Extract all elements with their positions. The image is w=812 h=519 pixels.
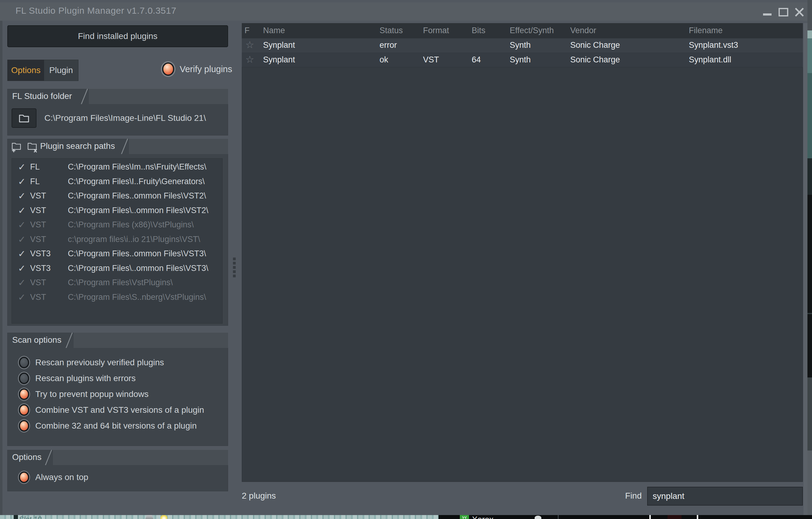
cell-status: error bbox=[380, 40, 397, 50]
led-icon bbox=[19, 420, 29, 432]
scan-options-header: Scan options bbox=[7, 333, 228, 348]
column-header[interactable]: Vendor bbox=[570, 26, 597, 35]
fl-studio-folder-section: FL Studio folder C:\Program Files\Image-… bbox=[7, 89, 228, 135]
find-label: Find bbox=[608, 491, 642, 501]
option-toggle[interactable]: Rescan previously verified plugins bbox=[19, 355, 225, 371]
find-installed-plugins-button[interactable]: Find installed plugins bbox=[7, 25, 228, 47]
checkmark-icon[interactable]: ✓ bbox=[18, 205, 26, 216]
search-path-row[interactable]: ✓VSTC:\Program Files\S..nberg\VstPlugins… bbox=[12, 290, 222, 305]
mixer-knob bbox=[145, 515, 153, 519]
tab-plugin[interactable]: Plugin bbox=[44, 60, 78, 81]
fl-studio-folder-path: C:\Program Files\Image-Line\FL Studio 21… bbox=[45, 108, 206, 128]
option-label: Try to prevent popup windows bbox=[35, 389, 149, 399]
window-title: FL Studio Plugin Manager v1.7.0.3517 bbox=[16, 5, 176, 16]
tab-options[interactable]: Options bbox=[8, 60, 44, 81]
path-text: C:\Program Files (x86)\VstPlugins\ bbox=[68, 220, 194, 229]
search-path-row[interactable]: ✓VST3C:\Program Files\..ommon Files\VST3… bbox=[12, 261, 222, 276]
checkmark-icon[interactable]: ✓ bbox=[18, 162, 26, 172]
background-app-right-sliver bbox=[807, 0, 812, 515]
panel-resize-handle[interactable] bbox=[233, 257, 236, 279]
path-type: FL bbox=[30, 177, 40, 186]
path-text: C:\Program Files\Im..ns\Fruity\Effects\ bbox=[68, 162, 206, 172]
options-list: Always on top bbox=[19, 469, 225, 485]
favorite-star-icon[interactable]: ☆ bbox=[245, 54, 254, 65]
minimize-button[interactable] bbox=[763, 13, 772, 16]
path-type: VST bbox=[30, 293, 46, 302]
path-type: VST bbox=[30, 235, 46, 244]
plugin-count: 2 plugins bbox=[242, 491, 276, 501]
plugin-search-paths-header: Plugin search paths bbox=[7, 139, 228, 154]
find-input[interactable] bbox=[647, 487, 803, 506]
plugin-table[interactable]: FNameStatusFormatBitsEffect/SynthVendorF… bbox=[242, 23, 803, 482]
search-path-row[interactable]: ✓FLC:\Program Files\Im..ns\Fruity\Effect… bbox=[12, 160, 222, 174]
checkmark-icon[interactable]: ✓ bbox=[18, 219, 26, 230]
column-header[interactable]: F bbox=[244, 26, 250, 35]
table-row[interactable]: ☆SynplanterrorSynthSonic ChargeSynplant.… bbox=[242, 38, 803, 53]
path-text: C:\Program Files\S..nberg\VstPlugins\ bbox=[68, 293, 206, 302]
option-toggle[interactable]: Combine 32 and 64 bit versions of a plug… bbox=[19, 418, 225, 434]
options-header: Options bbox=[7, 450, 228, 465]
close-button[interactable] bbox=[795, 7, 804, 17]
column-header[interactable]: Effect/Synth bbox=[510, 26, 554, 35]
remove-search-path-icon[interactable] bbox=[26, 141, 39, 154]
column-header[interactable]: Bits bbox=[472, 26, 485, 35]
background-taskbar-sliver: Slot 10 Xerox bbox=[0, 515, 812, 519]
titlebar[interactable]: FL Studio Plugin Manager v1.7.0.3517 bbox=[0, 2, 807, 21]
option-toggle[interactable]: Rescan plugins with errors bbox=[19, 371, 225, 386]
checkmark-icon[interactable]: ✓ bbox=[18, 292, 26, 303]
cell-bits: 64 bbox=[472, 55, 481, 64]
led-icon bbox=[19, 471, 29, 483]
plugin-manager-window: FL Studio Plugin Manager v1.7.0.3517 Fin… bbox=[0, 0, 807, 515]
add-search-path-icon[interactable] bbox=[10, 141, 23, 154]
maximize-button[interactable] bbox=[779, 8, 788, 17]
browse-folder-button[interactable] bbox=[11, 108, 36, 128]
option-toggle[interactable]: Combine VST and VST3 versions of a plugi… bbox=[19, 402, 225, 418]
table-row[interactable]: ☆SynplantokVST64SynthSonic ChargeSynplan… bbox=[242, 53, 803, 67]
background-plugin-name: Xerox bbox=[472, 515, 494, 519]
search-path-row[interactable]: ✓FLC:\Program Files\I..Fruity\Generators… bbox=[12, 174, 222, 189]
search-path-row[interactable]: ✓VST3C:\Program Files..ommon Files\VST3\ bbox=[12, 247, 222, 261]
row-divider bbox=[558, 515, 559, 519]
cell-status: ok bbox=[380, 55, 388, 64]
cell-type: Synth bbox=[510, 40, 531, 50]
cursor-bar bbox=[697, 515, 698, 519]
cell-format: VST bbox=[423, 55, 439, 64]
checkmark-icon[interactable]: ✓ bbox=[18, 234, 26, 245]
red-patch bbox=[668, 515, 682, 519]
checkmark-icon[interactable]: ✓ bbox=[18, 277, 26, 288]
column-header[interactable]: Format bbox=[423, 26, 449, 35]
checkmark-icon[interactable]: ✓ bbox=[18, 191, 26, 201]
cell-vendor: Sonic Charge bbox=[570, 55, 620, 64]
option-toggle[interactable]: Always on top bbox=[19, 469, 225, 485]
search-path-row[interactable]: ✓VSTC:\Program Files\VstPlugins\ bbox=[12, 275, 222, 290]
favorite-star-icon[interactable]: ☆ bbox=[245, 39, 254, 51]
option-label: Rescan plugins with errors bbox=[35, 374, 136, 383]
search-path-row[interactable]: ✓VSTC:\Program Files..ommon Files\VST2\ bbox=[12, 189, 222, 203]
path-type: VST3 bbox=[30, 249, 51, 258]
scan-options-list: Rescan previously verified pluginsRescan… bbox=[19, 355, 225, 434]
path-type: FL bbox=[30, 162, 40, 172]
cell-filename: Synplant.dll bbox=[689, 55, 731, 64]
path-text: C:\Program Files..ommon Files\VST3\ bbox=[68, 249, 206, 258]
checkmark-icon[interactable]: ✓ bbox=[18, 263, 26, 274]
led-icon bbox=[19, 357, 29, 368]
mute-dot-icon bbox=[534, 516, 541, 519]
verify-plugins-led-icon bbox=[162, 62, 174, 76]
verify-plugins-toggle[interactable]: Verify plugins bbox=[162, 62, 232, 76]
cursor-bar bbox=[649, 515, 651, 519]
search-path-row[interactable]: ✓VSTC:\Program Files\..ommon Files\VST2\ bbox=[12, 203, 222, 218]
checkmark-icon[interactable]: ✓ bbox=[18, 248, 26, 259]
option-label: Always on top bbox=[35, 472, 88, 482]
option-toggle[interactable]: Try to prevent popup windows bbox=[19, 386, 225, 402]
search-paths-list[interactable]: ✓FLC:\Program Files\Im..ns\Fruity\Effect… bbox=[11, 158, 223, 324]
column-header[interactable]: Status bbox=[380, 26, 403, 35]
column-header[interactable]: Name bbox=[263, 26, 285, 35]
search-path-row[interactable]: ✓VSTc:\program files\i..io 21\Plugins\VS… bbox=[12, 232, 222, 247]
tab-plugin-label: Plugin bbox=[49, 65, 73, 75]
search-path-row[interactable]: ✓VSTC:\Program Files (x86)\VstPlugins\ bbox=[12, 218, 222, 232]
generator-icon bbox=[460, 515, 469, 519]
column-header[interactable]: Filename bbox=[689, 26, 723, 35]
path-type: VST bbox=[30, 220, 46, 229]
plugin-table-header[interactable]: FNameStatusFormatBitsEffect/SynthVendorF… bbox=[242, 23, 803, 38]
checkmark-icon[interactable]: ✓ bbox=[18, 176, 26, 187]
